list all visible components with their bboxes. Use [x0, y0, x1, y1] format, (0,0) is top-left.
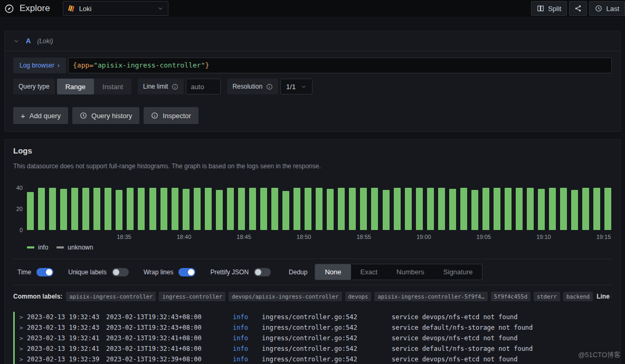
share-icon	[574, 5, 582, 12]
histogram-bar	[293, 188, 300, 230]
info-circle-icon	[172, 83, 178, 90]
x-axis-label: 18:50	[297, 234, 311, 240]
line-limit-input[interactable]	[186, 79, 221, 94]
log-source: ingress/controller.go:542	[262, 345, 392, 352]
histogram-bar	[449, 189, 456, 230]
log-source: ingress/controller.go:542	[262, 313, 392, 321]
histogram-bar	[82, 188, 89, 230]
inspector-button[interactable]: Inspector	[144, 107, 198, 124]
log-line-timestamp: 2023-02-13T19:32:41+08:00	[106, 334, 233, 342]
histogram-bar	[516, 188, 523, 230]
share-button[interactable]	[569, 1, 587, 16]
inspector-label: Inspector	[163, 112, 191, 120]
dedup-option-exact[interactable]: Exact	[351, 264, 387, 280]
common-label-chip: stderr	[534, 292, 560, 301]
x-axis-label: 18:45	[236, 234, 251, 240]
query-input[interactable]: {app="apisix-ingress-controller"}	[68, 58, 612, 73]
toggle-label: Prettify JSON	[210, 269, 249, 276]
line-limit-label-text: Line limit	[143, 83, 168, 90]
log-level: info	[233, 324, 262, 331]
query-type-instant[interactable]: Instant	[94, 79, 131, 94]
split-icon	[537, 5, 544, 12]
log-expand-icon[interactable]: >	[20, 324, 27, 331]
logs-panel-title: Logs	[13, 146, 612, 155]
log-expand-icon[interactable]: >	[20, 335, 27, 342]
histogram-bar	[227, 188, 234, 230]
query-editor-panel: A (Loki) Log browser › {app="apisix-ingr…	[4, 31, 621, 132]
query-row-datasource-hint: (Loki)	[37, 37, 53, 45]
log-expand-icon[interactable]: >	[20, 314, 27, 321]
toggle-switch-prettify-json[interactable]	[254, 268, 271, 276]
query-history-button[interactable]: Query history	[72, 107, 139, 124]
log-level: info	[233, 356, 262, 363]
add-query-label: Add query	[30, 112, 61, 120]
histogram-bar	[394, 188, 401, 230]
histogram-bar	[127, 188, 134, 230]
histogram-bar	[38, 188, 45, 230]
histogram-bar	[271, 188, 278, 230]
split-button[interactable]: Split	[531, 1, 567, 16]
datasource-picker[interactable]: Loki	[63, 1, 168, 16]
query-editor-body: Log browser › {app="apisix-ingress-contr…	[5, 51, 620, 131]
common-labels-row: Common labels: apisix-ingress-controller…	[13, 292, 612, 301]
log-row[interactable]: >2023-02-13 19:32:432023-02-13T19:32:43+…	[13, 322, 612, 333]
legend-item[interactable]: info	[27, 244, 48, 251]
common-label-chip: ingress-controller	[159, 292, 225, 301]
histogram-bar	[405, 188, 412, 230]
dedup-option-signature[interactable]: Signature	[434, 264, 482, 280]
log-level-indicator	[13, 333, 15, 343]
histogram-bar	[149, 188, 156, 230]
histogram-bar	[549, 188, 556, 230]
log-time: 2023-02-13 19:32:43	[27, 313, 106, 321]
query-options-row: Query type Range Instant Line limit Reso…	[13, 79, 612, 94]
dedup-label: Dedup	[289, 269, 307, 276]
histogram-bar	[116, 190, 122, 230]
log-time: 2023-02-13 19:32:41	[27, 345, 106, 352]
log-browser-button[interactable]: Log browser ›	[13, 58, 66, 73]
resolution-value: 1/1	[286, 83, 296, 91]
collapse-chevron-icon[interactable]	[13, 38, 20, 44]
histogram-bar	[416, 188, 423, 230]
log-row[interactable]: >2023-02-13 19:32:432023-02-13T19:32:43+…	[13, 312, 612, 322]
toggle-time: Time	[17, 268, 53, 276]
log-row[interactable]: >2023-02-13 19:32:412023-02-13T19:32:41+…	[13, 333, 612, 343]
query-type-range[interactable]: Range	[57, 79, 94, 94]
toggle-switch-unique-labels[interactable]	[112, 268, 129, 276]
logs-histogram: 02040 18:3518:4018:4518:5018:5519:0019:0…	[13, 184, 612, 251]
log-expand-icon[interactable]: >	[20, 356, 27, 363]
log-message: service devops/nfs-etcd not found	[392, 334, 612, 342]
resolution-select[interactable]: 1/1	[280, 79, 312, 94]
histogram-bar	[383, 190, 390, 230]
histogram-bar	[571, 190, 578, 230]
log-row[interactable]: >2023-02-13 19:32:392023-02-13T19:32:39+…	[13, 354, 612, 364]
histogram-note: This datasource does not support full-ra…	[13, 162, 612, 170]
query-row-label[interactable]: A	[26, 37, 31, 45]
log-level: info	[233, 313, 262, 321]
history-clock-icon	[80, 112, 87, 119]
histogram-bar	[427, 188, 434, 230]
histogram-plot	[27, 184, 612, 230]
dedup-option-numbers[interactable]: Numbers	[387, 264, 434, 280]
legend-item[interactable]: unknown	[56, 244, 93, 251]
histogram-bar	[482, 188, 489, 230]
add-query-button[interactable]: + Add query	[13, 107, 68, 124]
loki-logo-icon	[68, 5, 75, 12]
histogram-bar	[183, 189, 190, 230]
plus-icon: +	[21, 111, 25, 120]
dedup-option-none[interactable]: None	[315, 264, 351, 280]
query-actions-row: + Add query Query history Inspector	[13, 107, 612, 124]
log-expand-icon[interactable]: >	[20, 346, 27, 352]
topbar-actions: Split Last	[531, 1, 625, 16]
log-row[interactable]: >2023-02-13 19:32:412023-02-13T19:32:41+…	[13, 343, 612, 354]
legend-label: unknown	[68, 244, 93, 251]
query-token: }	[205, 61, 210, 69]
x-axis-label: 18:35	[117, 234, 131, 240]
toggle-switch-time[interactable]	[36, 268, 53, 276]
common-label-chip: apisix-ingress-controller	[66, 292, 156, 301]
toggle-switch-wrap-lines[interactable]	[178, 268, 195, 276]
common-label-chip: 5f9f4c455d	[491, 292, 531, 301]
histogram-bar	[582, 188, 589, 230]
time-range-button[interactable]: Last	[589, 1, 625, 16]
histogram-bar	[93, 188, 100, 230]
split-label: Split	[548, 5, 561, 13]
